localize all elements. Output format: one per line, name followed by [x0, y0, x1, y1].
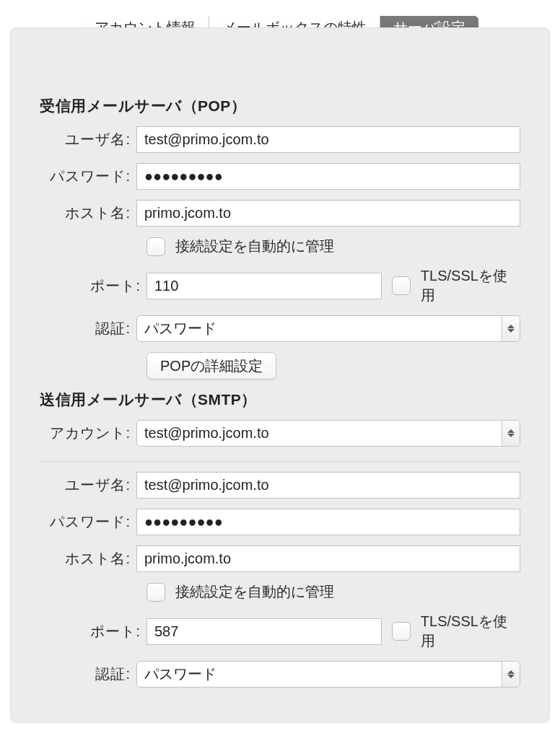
auto-manage-label: 接続設定を自動的に管理	[175, 582, 334, 602]
select-value: パスワード	[144, 664, 216, 684]
pop-advanced-button[interactable]: POPの詳細設定	[146, 352, 276, 379]
outgoing-password-input[interactable]: ●●●●●●●●●	[136, 509, 520, 535]
username-label: ユーザ名:	[40, 475, 136, 495]
select-value: test@primo.jcom.to	[144, 425, 269, 442]
password-label: パスワード:	[40, 512, 136, 532]
incoming-auto-manage-checkbox[interactable]	[146, 237, 165, 256]
port-label: ポート:	[40, 622, 146, 641]
updown-icon	[502, 662, 520, 687]
updown-icon	[502, 316, 520, 341]
tls-label: TLS/SSLを使用	[421, 266, 520, 305]
outgoing-port-input[interactable]: 587	[146, 618, 382, 645]
outgoing-hostname-input[interactable]: primo.jcom.to	[136, 545, 520, 572]
divider	[40, 461, 520, 462]
port-label: ポート:	[40, 276, 146, 296]
hostname-label: ホスト名:	[40, 549, 136, 569]
incoming-auth-select[interactable]: パスワード	[136, 315, 520, 342]
account-label: アカウント:	[40, 423, 136, 443]
incoming-tls-checkbox[interactable]	[392, 276, 411, 295]
settings-panel: 受信用メールサーバ（POP） ユーザ名: test@primo.jcom.to …	[10, 27, 550, 723]
incoming-section-title: 受信用メールサーバ（POP）	[40, 96, 520, 116]
auth-label: 認証:	[40, 664, 136, 684]
select-value: パスワード	[144, 319, 216, 338]
updown-icon	[502, 421, 520, 446]
incoming-hostname-input[interactable]: primo.jcom.to	[136, 200, 520, 227]
outgoing-username-input[interactable]: test@primo.jcom.to	[136, 472, 520, 499]
outgoing-tls-checkbox[interactable]	[392, 622, 411, 641]
incoming-username-input[interactable]: test@primo.jcom.to	[136, 126, 520, 153]
outgoing-account-select[interactable]: test@primo.jcom.to	[136, 420, 520, 447]
outgoing-auth-select[interactable]: パスワード	[136, 661, 520, 688]
button-label: POPの詳細設定	[160, 356, 263, 376]
auto-manage-label: 接続設定を自動的に管理	[175, 237, 334, 256]
incoming-password-input[interactable]: ●●●●●●●●●	[136, 163, 520, 190]
password-label: パスワード:	[40, 167, 136, 186]
hostname-label: ホスト名:	[40, 203, 136, 223]
tls-label: TLS/SSLを使用	[421, 612, 520, 651]
outgoing-auto-manage-checkbox[interactable]	[146, 583, 165, 602]
username-label: ユーザ名:	[40, 130, 136, 149]
auth-label: 認証:	[40, 319, 136, 338]
incoming-port-input[interactable]: 110	[146, 273, 382, 299]
outgoing-section-title: 送信用メールサーバ（SMTP）	[40, 390, 520, 410]
